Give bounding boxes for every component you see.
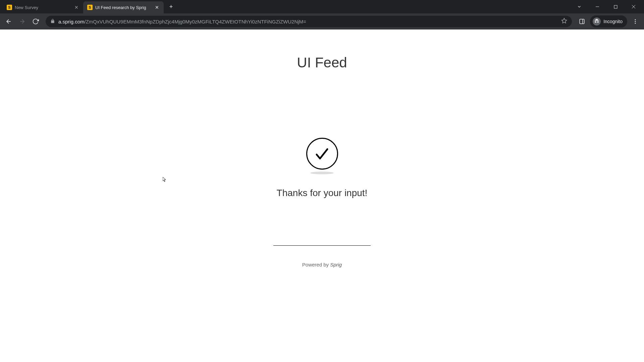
- panel-icon[interactable]: [576, 15, 588, 27]
- page-content: UI Feed Thanks for your input! Powered b…: [0, 29, 644, 362]
- minimize-button[interactable]: [590, 1, 605, 12]
- reload-button[interactable]: [30, 15, 42, 27]
- checkmark-circle-icon: [306, 138, 338, 170]
- footer-text: Powered by Sprig: [302, 262, 342, 267]
- incognito-icon: [593, 17, 601, 25]
- menu-icon[interactable]: [629, 15, 641, 27]
- incognito-label: Incognito: [603, 19, 623, 24]
- svg-point-11: [635, 23, 636, 24]
- footer-brand: Sprig: [330, 262, 342, 267]
- tab-favicon: S: [7, 5, 12, 10]
- tab-new-survey[interactable]: S New Survey ✕: [3, 1, 83, 13]
- tab-ui-feed-research[interactable]: S UI Feed research by Sprig ✕: [83, 1, 164, 13]
- bookmark-star-icon[interactable]: [561, 18, 567, 25]
- close-icon[interactable]: ✕: [154, 5, 160, 10]
- svg-marker-6: [562, 18, 567, 23]
- shadow-decoration: [310, 172, 334, 174]
- close-window-button[interactable]: [626, 1, 641, 12]
- toolbar: a.sprig.com/ZmQxVUhQUU9EMmM3fnNpZDphZjc4…: [0, 13, 644, 29]
- svg-point-9: [635, 19, 636, 20]
- new-tab-button[interactable]: +: [166, 2, 176, 11]
- tab-title: New Survey: [15, 5, 71, 10]
- back-button[interactable]: [3, 15, 15, 27]
- incognito-badge[interactable]: Incognito: [590, 15, 627, 27]
- close-icon[interactable]: ✕: [74, 5, 79, 10]
- tab-title: UI Feed research by Sprig: [95, 5, 152, 10]
- chevron-down-icon[interactable]: [572, 1, 587, 12]
- svg-point-10: [635, 21, 636, 22]
- window-controls: [572, 1, 644, 12]
- browser-chrome: S New Survey ✕ S UI Feed research by Spr…: [0, 0, 644, 29]
- maximize-button[interactable]: [608, 1, 623, 12]
- lock-icon: [50, 19, 55, 24]
- url-text: a.sprig.com/ZmQxVUhQUU9EMmM3fnNpZDphZjc4…: [58, 19, 306, 24]
- svg-rect-7: [580, 19, 584, 24]
- tab-favicon: S: [87, 5, 93, 10]
- thanks-message: Thanks for your input!: [277, 188, 368, 198]
- forward-button[interactable]: [16, 15, 28, 27]
- page-title: UI Feed: [297, 55, 347, 71]
- divider: [273, 245, 371, 246]
- svg-rect-1: [614, 5, 617, 8]
- address-bar[interactable]: a.sprig.com/ZmQxVUhQUU9EMmM3fnNpZDphZjc4…: [46, 16, 572, 27]
- tab-bar: S New Survey ✕ S UI Feed research by Spr…: [0, 0, 644, 13]
- toolbar-right: Incognito: [576, 15, 641, 27]
